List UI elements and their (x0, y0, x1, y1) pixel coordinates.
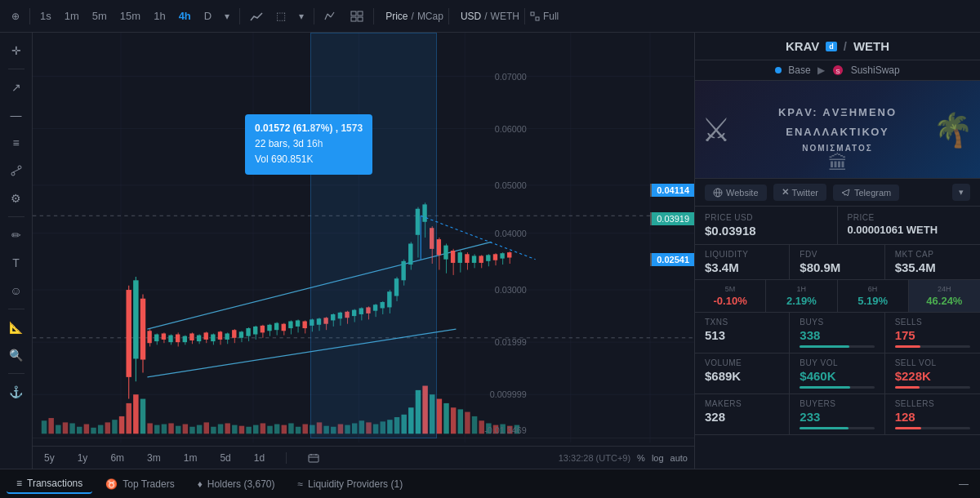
svg-rect-129 (253, 327, 257, 335)
5d-btn[interactable]: 5d (215, 451, 235, 465)
telegram-button[interactable]: Telegram (833, 185, 899, 201)
magnet-tool[interactable]: ⚓ (5, 380, 28, 403)
tab-liquidity[interactable]: ≈ Liquidity Providers (1) (287, 475, 412, 493)
chart-type-candle[interactable]: ⬚ (271, 7, 291, 25)
tab-top-traders[interactable]: ♉ Top Traders (96, 475, 184, 493)
banner-icon-left: ⚔ (702, 111, 731, 149)
emoji-tool[interactable]: ☺ (5, 279, 28, 302)
measure-tool[interactable]: 📐 (5, 316, 28, 339)
layouts-button[interactable] (345, 7, 368, 25)
parallel-channel-tool[interactable]: ≡ (5, 131, 28, 154)
text-tool[interactable]: T (5, 251, 28, 274)
price-green: 0.03919 (650, 212, 694, 225)
chart-type-line[interactable] (245, 7, 268, 25)
svg-rect-44 (140, 399, 145, 434)
svg-rect-67 (302, 425, 307, 434)
svg-rect-141 (296, 320, 300, 326)
svg-rect-157 (352, 310, 356, 316)
txns-value: 513 (705, 328, 779, 342)
svg-rect-224 (309, 455, 318, 462)
zoom-tool[interactable]: 🔍 (5, 344, 28, 367)
separator-4 (373, 8, 374, 24)
separator-2 (239, 8, 240, 24)
svg-rect-107 (176, 335, 180, 343)
crosshair-tool[interactable]: ✛ (5, 39, 28, 62)
horizontal-line-tool[interactable]: — (5, 104, 28, 127)
fib-tool[interactable] (5, 159, 28, 182)
chart-type-dropdown[interactable]: ▾ (294, 7, 309, 25)
makers-cell: MAKERS 328 (695, 394, 790, 434)
timeframe-1s[interactable]: 1s (35, 7, 56, 24)
price-usd-label: PRICE USD (705, 213, 827, 222)
svg-rect-205 (133, 280, 138, 358)
svg-rect-101 (154, 335, 158, 342)
svg-rect-153 (338, 313, 342, 318)
volume-value: $689K (705, 369, 779, 383)
time-display-group: 13:32:28 (UTC+9) % log auto (559, 453, 688, 463)
chain-row: Base ▶ S SushiSwap (695, 60, 980, 81)
svg-text:0.04000: 0.04000 (495, 229, 527, 238)
svg-rect-155 (345, 312, 349, 318)
timeframe-D[interactable]: D (199, 7, 216, 24)
svg-rect-169 (394, 278, 399, 296)
tab-holders[interactable]: ♦ Holders (3,670) (188, 475, 285, 493)
log-label: log (652, 453, 664, 463)
svg-rect-121 (225, 333, 229, 339)
sell-vol-progress-fill (895, 386, 920, 389)
price-mcap-toggle[interactable]: Price / MCap (385, 11, 443, 22)
chart-area[interactable]: 0.07000 0.06000 0.05000 0.04000 0.03000 … (33, 33, 694, 469)
more-button[interactable]: ▾ (952, 184, 970, 201)
sell-vol-progress-bar (895, 386, 970, 389)
twitter-button[interactable]: ✕ Twitter (773, 184, 826, 201)
full-button[interactable]: Full (530, 11, 559, 22)
svg-line-11 (13, 169, 20, 172)
banner-text: ΚΡΑV: ΑVΞΗΜΕΝΟ ΕΝΑΛΛΑΚΤΙΚΟΥ ΝΟΜΙΣΜΑΤΟΣ (778, 103, 897, 156)
mcap-toggle-label: MCap (417, 11, 443, 22)
timeframe-1m[interactable]: 1m (60, 7, 84, 24)
svg-rect-57 (232, 425, 237, 434)
timeframe-15m[interactable]: 15m (115, 7, 145, 24)
tool-sep-1 (8, 69, 24, 69)
6m-btn[interactable]: 6m (105, 451, 129, 465)
token-banner: ⚔ ΚΡΑV: ΑVΞΗΜΕΝΟ ΕΝΑΛΛΑΚΤΙΚΟΥ ΝΟΜΙΣΜΑΤΟΣ… (695, 81, 980, 179)
calendar-btn[interactable] (303, 451, 324, 465)
indicators-button[interactable] (319, 7, 342, 25)
svg-rect-183 (443, 246, 448, 260)
1d-btn[interactable]: 1d (249, 451, 270, 465)
3m-btn[interactable]: 3m (142, 451, 166, 465)
market-stats-row: LIQUIDITY $3.4M FDV $80.9M MKT CAP $35.4… (695, 245, 980, 280)
timeframe-dropdown[interactable]: ▾ (220, 7, 234, 25)
makers-row: MAKERS 328 BUYERS 233 SELLERS 128 (695, 394, 980, 435)
trend-line-tool[interactable]: ↗ (5, 76, 28, 99)
minimize-button[interactable]: — (954, 477, 973, 491)
tab-transactions[interactable]: ≡ Transactions (7, 474, 92, 494)
sells-value: 175 (895, 328, 970, 342)
svg-rect-7 (531, 12, 534, 16)
tool-sep-2 (8, 216, 24, 217)
website-button[interactable]: Website (705, 185, 767, 201)
timeframe-4h[interactable]: 4h (174, 7, 196, 24)
change-1h-value: 2.19% (774, 295, 828, 307)
svg-rect-31 (48, 418, 53, 434)
holders-icon: ♦ (198, 478, 203, 490)
svg-rect-50 (183, 425, 188, 434)
right-panel: KRAV d / WETH Base ▶ S SushiSwap ⚔ ΚΡΑV:… (694, 33, 980, 469)
timeframe-5m[interactable]: 5m (87, 7, 112, 24)
timeframe-1h[interactable]: 1h (149, 7, 170, 24)
top-bar: ⊕ 1s 1m 5m 15m 1h 4h D ▾ ⬚ ▾ Price / MCa… (0, 0, 980, 33)
usd-weth-toggle[interactable]: USD / WETH (461, 11, 519, 22)
1m-btn[interactable]: 1m (179, 451, 203, 465)
svg-rect-43 (133, 394, 138, 434)
liquidity-icon: ≈ (297, 478, 303, 490)
1y-btn[interactable]: 1y (73, 451, 93, 465)
brush-tool[interactable]: ✏ (5, 224, 28, 247)
svg-rect-175 (416, 209, 420, 235)
change-24h-value: 46.24% (917, 295, 972, 307)
svg-rect-189 (465, 254, 469, 263)
5y-btn[interactable]: 5y (39, 451, 60, 465)
buyers-progress-bar (800, 427, 874, 429)
svg-rect-111 (189, 333, 194, 340)
add-symbol-button[interactable]: ⊕ (7, 7, 24, 25)
telegram-label: Telegram (854, 188, 891, 198)
pitchfork-tool[interactable]: ⚙ (5, 187, 28, 210)
